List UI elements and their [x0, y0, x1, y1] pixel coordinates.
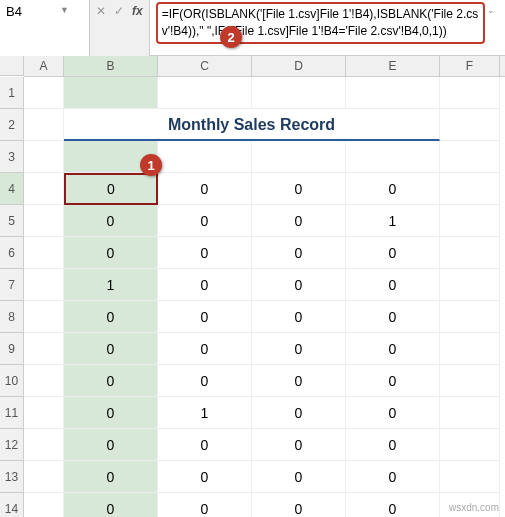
cell-C12[interactable]: 0: [158, 429, 252, 461]
cell-D5[interactable]: 0: [252, 205, 346, 237]
accept-icon[interactable]: ✓: [114, 2, 124, 18]
row-header-1[interactable]: 1: [0, 77, 24, 109]
cell-D8[interactable]: 0: [252, 301, 346, 333]
row-header-11[interactable]: 11: [0, 397, 24, 429]
cell-C5[interactable]: 0: [158, 205, 252, 237]
cell-C13[interactable]: 0: [158, 461, 252, 493]
row-header-13[interactable]: 13: [0, 461, 24, 493]
formula-bar[interactable]: =IF(OR(ISBLANK('[File 1.csv]File 1'!B4),…: [150, 0, 505, 55]
cell-C10[interactable]: 0: [158, 365, 252, 397]
cell-E10[interactable]: 0: [346, 365, 440, 397]
row-header-9[interactable]: 9: [0, 333, 24, 365]
select-all-corner[interactable]: [0, 56, 24, 76]
cell-E4[interactable]: 0: [346, 173, 440, 205]
cell-F3[interactable]: [440, 141, 500, 173]
col-header-F[interactable]: F: [440, 56, 500, 76]
cell-A11[interactable]: [24, 397, 64, 429]
cell-E11[interactable]: 0: [346, 397, 440, 429]
cell-A5[interactable]: [24, 205, 64, 237]
cell-D12[interactable]: 0: [252, 429, 346, 461]
cell-E5[interactable]: 1: [346, 205, 440, 237]
cell-F13[interactable]: [440, 461, 500, 493]
cell-F8[interactable]: [440, 301, 500, 333]
cell-B11[interactable]: 0: [64, 397, 158, 429]
cell-C14[interactable]: 0: [158, 493, 252, 517]
cell-A14[interactable]: [24, 493, 64, 517]
col-header-E[interactable]: E: [346, 56, 440, 76]
row-header-14[interactable]: 14: [0, 493, 24, 517]
cell-A3[interactable]: [24, 141, 64, 173]
cell-D10[interactable]: 0: [252, 365, 346, 397]
cell-A8[interactable]: [24, 301, 64, 333]
cell-C7[interactable]: 0: [158, 269, 252, 301]
row-header-4[interactable]: 4: [0, 173, 24, 205]
cell-E7[interactable]: 0: [346, 269, 440, 301]
cell-B9[interactable]: 0: [64, 333, 158, 365]
cell-A1[interactable]: [24, 77, 64, 109]
cell-E8[interactable]: 0: [346, 301, 440, 333]
cell-E6[interactable]: 0: [346, 237, 440, 269]
cell-F10[interactable]: [440, 365, 500, 397]
row-header-8[interactable]: 8: [0, 301, 24, 333]
cell-E13[interactable]: 0: [346, 461, 440, 493]
cell-D1[interactable]: [252, 77, 346, 109]
cell-D13[interactable]: 0: [252, 461, 346, 493]
cell-D7[interactable]: 0: [252, 269, 346, 301]
cell-E14[interactable]: 0: [346, 493, 440, 517]
cell-D3[interactable]: [252, 141, 346, 173]
cell-F11[interactable]: [440, 397, 500, 429]
cell-B1[interactable]: [64, 77, 158, 109]
cell-E1[interactable]: [346, 77, 440, 109]
cell-E9[interactable]: 0: [346, 333, 440, 365]
cell-A9[interactable]: [24, 333, 64, 365]
cell-F12[interactable]: [440, 429, 500, 461]
cell-E3[interactable]: [346, 141, 440, 173]
cell-B8[interactable]: 0: [64, 301, 158, 333]
row-header-10[interactable]: 10: [0, 365, 24, 397]
cell-F7[interactable]: [440, 269, 500, 301]
row-header-7[interactable]: 7: [0, 269, 24, 301]
cell-F5[interactable]: [440, 205, 500, 237]
row-header-5[interactable]: 5: [0, 205, 24, 237]
cell-B10[interactable]: 0: [64, 365, 158, 397]
cell-B7[interactable]: 1: [64, 269, 158, 301]
cell-A13[interactable]: [24, 461, 64, 493]
cell-F6[interactable]: [440, 237, 500, 269]
name-box[interactable]: [4, 2, 60, 21]
cell-F4[interactable]: [440, 173, 500, 205]
cell-C4[interactable]: 0: [158, 173, 252, 205]
cell-C11[interactable]: 1: [158, 397, 252, 429]
title-cell[interactable]: Monthly Sales Record: [64, 109, 440, 141]
cell-C3[interactable]: [158, 141, 252, 173]
cell-D11[interactable]: 0: [252, 397, 346, 429]
cell-C8[interactable]: 0: [158, 301, 252, 333]
formula-text[interactable]: =IF(OR(ISBLANK('[File 1.csv]File 1'!B4),…: [156, 2, 485, 44]
col-header-B[interactable]: B: [64, 56, 158, 76]
cell-B13[interactable]: 0: [64, 461, 158, 493]
cell-B12[interactable]: 0: [64, 429, 158, 461]
cell-C6[interactable]: 0: [158, 237, 252, 269]
cell-F9[interactable]: [440, 333, 500, 365]
fx-icon[interactable]: fx: [132, 2, 143, 18]
cell-B14[interactable]: 0: [64, 493, 158, 517]
row-header-6[interactable]: 6: [0, 237, 24, 269]
cell-A10[interactable]: [24, 365, 64, 397]
row-header-3[interactable]: 3: [0, 141, 24, 173]
cell-D6[interactable]: 0: [252, 237, 346, 269]
cell-D4[interactable]: 0: [252, 173, 346, 205]
name-box-container[interactable]: ▼: [0, 0, 90, 56]
row-header-12[interactable]: 12: [0, 429, 24, 461]
row-header-2[interactable]: 2: [0, 109, 24, 141]
col-header-C[interactable]: C: [158, 56, 252, 76]
chevron-down-icon[interactable]: ▼: [60, 2, 69, 15]
cell-B4[interactable]: 0: [64, 173, 158, 205]
cell-A4[interactable]: [24, 173, 64, 205]
cell-A2[interactable]: [24, 109, 64, 141]
col-header-A[interactable]: A: [24, 56, 64, 76]
cell-F1[interactable]: [440, 77, 500, 109]
cell-D9[interactable]: 0: [252, 333, 346, 365]
expand-formula-icon[interactable]: ⌄: [485, 2, 499, 15]
cell-D14[interactable]: 0: [252, 493, 346, 517]
cell-E12[interactable]: 0: [346, 429, 440, 461]
cell-F2[interactable]: [440, 109, 500, 141]
